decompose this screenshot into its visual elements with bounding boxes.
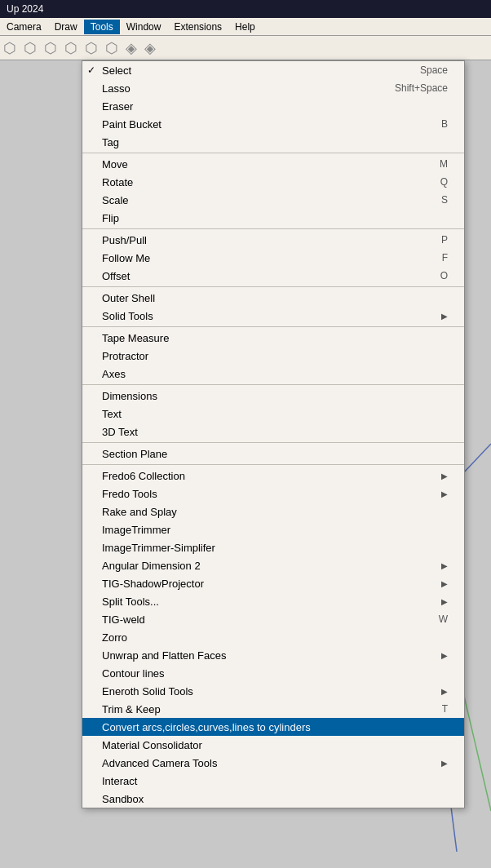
- menu-item-label-angular-dimension-2: Angular Dimension 2: [102, 560, 441, 572]
- menu-item-tag[interactable]: Tag: [82, 133, 464, 151]
- separator-after-solid-tools: [82, 326, 464, 327]
- menu-item-follow-me[interactable]: Follow MeF: [82, 249, 464, 267]
- menu-item-shortcut-move: M: [440, 158, 448, 170]
- submenu-arrow-advanced-camera-tools: ▶: [441, 759, 448, 768]
- menu-item-label-offset: Offset: [102, 270, 424, 282]
- menu-item-section-plane[interactable]: Section Plane: [82, 445, 464, 463]
- menu-item-select[interactable]: SelectSpace: [82, 61, 464, 79]
- menu-item-unwrap-flatten[interactable]: Unwrap and Flatten Faces ▶: [82, 646, 464, 664]
- submenu-arrow-eneroth-solid-tools: ▶: [441, 687, 448, 696]
- menu-item-scale[interactable]: ScaleS: [82, 191, 464, 209]
- menu-item-label-material-consolidator: Material Consolidator: [102, 739, 448, 751]
- menu-item-move[interactable]: MoveM: [82, 155, 464, 173]
- separator-after-section-plane: [82, 464, 464, 465]
- menu-item-label-rake-and-splay: Rake and Splay: [102, 506, 448, 518]
- menu-item-label-fredo6-collection: Fredo6 Collection: [102, 470, 441, 482]
- menu-item-tig-shadow-projector[interactable]: TIG-ShadowProjector ▶: [82, 574, 464, 592]
- menu-item-eraser[interactable]: Eraser: [82, 97, 464, 115]
- menu-item-label-scale: Scale: [102, 194, 425, 206]
- menu-item-material-consolidator[interactable]: Material Consolidator: [82, 736, 464, 754]
- title-text: Up 2024: [7, 3, 43, 15]
- menu-item-label-zorro: Zorro: [102, 631, 448, 644]
- menu-item-solid-tools[interactable]: Solid Tools ▶: [82, 307, 464, 325]
- tools-dropdown-menu: SelectSpaceLassoShift+SpaceEraserPaint B…: [82, 60, 465, 808]
- menu-item-label-follow-me: Follow Me: [102, 252, 426, 264]
- menu-item-label-protractor: Protractor: [102, 350, 448, 362]
- menu-item-fredo6-collection[interactable]: Fredo6 Collection ▶: [82, 467, 464, 485]
- menu-tools[interactable]: Tools: [84, 20, 120, 34]
- menu-item-fredo-tools[interactable]: Fredo Tools ▶: [82, 485, 464, 503]
- toolbar-icons: ⬡ ⬡ ⬡ ⬡ ⬡ ⬡ ◈ ◈: [3, 39, 157, 57]
- menu-item-shortcut-push-pull: P: [441, 234, 448, 246]
- submenu-arrow-unwrap-flatten: ▶: [441, 651, 448, 660]
- menu-item-rotate[interactable]: RotateQ: [82, 173, 464, 191]
- menu-item-text[interactable]: Text: [82, 405, 464, 423]
- submenu-arrow-fredo6-collection: ▶: [441, 472, 448, 480]
- menu-item-advanced-camera-tools[interactable]: Advanced Camera Tools ▶: [82, 754, 464, 772]
- menu-item-label-convert-arcs: Convert arcs,circles,curves,lines to cyl…: [102, 721, 448, 733]
- menu-item-shortcut-rotate: Q: [440, 176, 448, 188]
- menu-item-axes[interactable]: Axes: [82, 365, 464, 383]
- submenu-arrow-angular-dimension-2: ▶: [441, 561, 448, 570]
- menu-item-dimensions[interactable]: Dimensions: [82, 387, 464, 405]
- menu-item-split-tools[interactable]: Split Tools... ▶: [82, 592, 464, 610]
- menu-item-convert-arcs[interactable]: Convert arcs,circles,curves,lines to cyl…: [82, 718, 464, 736]
- menu-item-outer-shell[interactable]: Outer Shell: [82, 289, 464, 307]
- menu-camera[interactable]: Camera: [0, 20, 48, 34]
- menu-item-label-image-trimmer-simplifer: ImageTrimmer-Simplifer: [102, 542, 448, 554]
- menu-item-angular-dimension-2[interactable]: Angular Dimension 2 ▶: [82, 556, 464, 574]
- menu-item-label-split-tools: Split Tools...: [102, 596, 441, 608]
- menu-window[interactable]: Window: [120, 20, 168, 34]
- menu-item-label-trim-keep: Trim & Keep: [102, 703, 426, 715]
- menu-item-label-tag: Tag: [102, 136, 448, 148]
- menu-item-label-contour-lines: Contour lines: [102, 667, 448, 680]
- menu-item-image-trimmer-simplifer[interactable]: ImageTrimmer-Simplifer: [82, 538, 464, 556]
- menu-item-label-solid-tools: Solid Tools: [102, 310, 441, 322]
- menu-item-label-interact: Interact: [102, 775, 448, 787]
- main-area: SelectSpaceLassoShift+SpaceEraserPaint B…: [0, 60, 491, 868]
- menu-item-lasso[interactable]: LassoShift+Space: [82, 79, 464, 97]
- menu-item-flip[interactable]: Flip: [82, 209, 464, 227]
- menu-item-image-trimmer[interactable]: ImageTrimmer: [82, 520, 464, 538]
- title-bar: Up 2024: [0, 0, 491, 18]
- menu-item-3d-text[interactable]: 3D Text: [82, 423, 464, 441]
- menu-item-zorro[interactable]: Zorro: [82, 628, 464, 646]
- menu-item-label-tape-measure: Tape Measure: [102, 332, 448, 344]
- submenu-arrow-solid-tools: ▶: [441, 312, 448, 321]
- menu-item-label-flip: Flip: [102, 212, 448, 224]
- menu-extensions[interactable]: Extensions: [167, 20, 228, 34]
- menu-item-label-3d-text: 3D Text: [102, 426, 448, 438]
- menu-item-offset[interactable]: OffsetO: [82, 267, 464, 285]
- menu-item-label-sandbox: Sandbox: [102, 793, 448, 805]
- menu-item-eneroth-solid-tools[interactable]: Eneroth Solid Tools ▶: [82, 682, 464, 700]
- menu-item-trim-keep[interactable]: Trim & KeepT: [82, 700, 464, 718]
- menu-item-shortcut-follow-me: F: [442, 252, 448, 264]
- menu-item-contour-lines[interactable]: Contour lines: [82, 664, 464, 682]
- menu-item-protractor[interactable]: Protractor: [82, 347, 464, 365]
- menu-item-interact[interactable]: Interact: [82, 772, 464, 790]
- menu-item-push-pull[interactable]: Push/PullP: [82, 231, 464, 249]
- menu-item-label-section-plane: Section Plane: [102, 448, 448, 460]
- menu-item-label-outer-shell: Outer Shell: [102, 292, 448, 304]
- menu-item-shortcut-trim-keep: T: [442, 703, 448, 715]
- menu-item-label-advanced-camera-tools: Advanced Camera Tools: [102, 757, 441, 769]
- menu-item-rake-and-splay[interactable]: Rake and Splay: [82, 503, 464, 520]
- menu-item-label-text: Text: [102, 408, 448, 420]
- menu-item-shortcut-scale: S: [441, 194, 448, 206]
- menu-draw[interactable]: Draw: [48, 20, 84, 34]
- menu-item-label-eraser: Eraser: [102, 100, 448, 113]
- menu-item-tig-weld[interactable]: TIG-weldW: [82, 610, 464, 628]
- toolbar: ⬡ ⬡ ⬡ ⬡ ⬡ ⬡ ◈ ◈: [0, 36, 491, 60]
- separator-after-axes: [82, 384, 464, 385]
- submenu-arrow-tig-shadow-projector: ▶: [441, 579, 448, 588]
- menu-item-paint-bucket[interactable]: Paint BucketB: [82, 115, 464, 133]
- menu-help[interactable]: Help: [228, 20, 262, 34]
- menu-item-label-paint-bucket: Paint Bucket: [102, 118, 425, 131]
- separator-after-3d-text: [82, 442, 464, 443]
- menu-item-sandbox[interactable]: Sandbox: [82, 790, 464, 808]
- menu-item-label-dimensions: Dimensions: [102, 390, 448, 402]
- menu-item-tape-measure[interactable]: Tape Measure: [82, 329, 464, 347]
- submenu-arrow-fredo-tools: ▶: [441, 489, 448, 498]
- menu-item-shortcut-select: Space: [420, 64, 448, 76]
- menu-item-label-unwrap-flatten: Unwrap and Flatten Faces: [102, 649, 441, 662]
